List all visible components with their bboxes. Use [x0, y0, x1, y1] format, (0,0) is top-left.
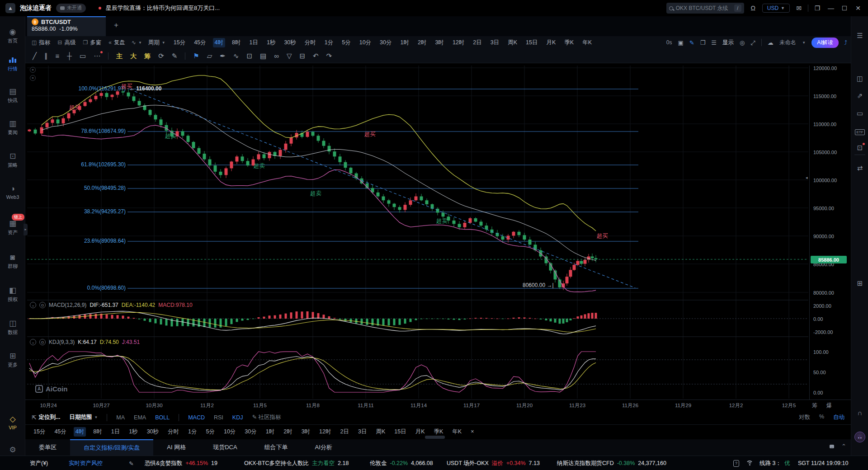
- sidebar-item-authorization[interactable]: ◧授权: [0, 286, 25, 303]
- date-range-button[interactable]: 日期范围▼: [69, 414, 98, 421]
- refresh-icon[interactable]: ⟳: [158, 52, 164, 59]
- display-button[interactable]: 显示: [722, 39, 734, 47]
- panel-list-icon[interactable]: ☰: [851, 32, 868, 40]
- timeframe-15分[interactable]: 15分: [32, 427, 47, 437]
- close-button[interactable]: ✕: [854, 5, 863, 12]
- timeframe-月K[interactable]: 月K: [414, 427, 427, 437]
- sidebar-item-group-chat[interactable]: ◙群聊: [0, 253, 25, 270]
- mail-icon[interactable]: ✉: [794, 5, 803, 12]
- timeframe-周K[interactable]: 周K: [374, 427, 387, 437]
- ai-interpret-button[interactable]: AI解读: [811, 38, 838, 48]
- timeframe-2时[interactable]: 2时: [416, 38, 428, 47]
- tab-btcusdt[interactable]: ฿ BTC/USDT 85886.00 -1.09%: [27, 16, 106, 36]
- collapse-circle-icon[interactable]: ⌄: [30, 302, 36, 308]
- timeframe-1秒[interactable]: 1秒: [265, 38, 277, 47]
- timeframe-1分[interactable]: 1分: [323, 38, 335, 47]
- parallel-channel-icon[interactable]: ∥: [44, 52, 48, 59]
- timeframe-3日[interactable]: 3日: [356, 427, 368, 437]
- timeframe-5分[interactable]: 5分: [340, 38, 352, 47]
- long-short-ratio[interactable]: OKX-BTC多空持仓人数比主力看空2.18: [244, 456, 349, 470]
- not-activated-badge[interactable]: 未开通: [56, 4, 86, 13]
- timeframe-分时[interactable]: 分时: [303, 38, 318, 47]
- timeframe-3时[interactable]: 3时: [300, 427, 312, 437]
- nasdaq-futures-quote[interactable]: 纳斯达克指数期货CFD-0.38%24,377,160: [557, 456, 666, 470]
- collapse-panel-icon[interactable]: ⌃: [841, 443, 846, 450]
- timeframe-1秒[interactable]: 1秒: [127, 427, 139, 437]
- funds-icon[interactable]: ◫: [851, 75, 868, 83]
- note-icon[interactable]: ▤: [260, 52, 266, 59]
- sidebar-item-assets[interactable]: 链上▦资产: [0, 219, 25, 236]
- sidebar-settings-button[interactable]: ⚙: [0, 446, 25, 455]
- alert-bell-icon[interactable]: Ω: [39, 302, 46, 308]
- timeframe-12时[interactable]: 12时: [317, 427, 333, 437]
- swap-icon[interactable]: ⇄: [851, 164, 868, 172]
- monitor-icon[interactable]: ▭: [851, 109, 868, 118]
- timeframe-月K[interactable]: 月K: [544, 38, 557, 47]
- horizontal-line-icon[interactable]: ≡: [56, 52, 60, 59]
- lock-icon[interactable]: ⊡: [246, 52, 252, 59]
- timeframe-15日[interactable]: 15日: [524, 38, 539, 47]
- timeframe-4时[interactable]: 4时: [74, 427, 86, 437]
- locate-button[interactable]: ⇱定位到...: [32, 414, 60, 421]
- link-icon[interactable]: ∞: [274, 52, 279, 59]
- enlarge-button[interactable]: 大: [130, 53, 137, 59]
- scale-option-自动[interactable]: 自动: [833, 414, 844, 421]
- timeframe-分时[interactable]: 分时: [166, 427, 181, 437]
- timeframe-45分[interactable]: 45分: [192, 38, 208, 47]
- timeframe-8时[interactable]: 8时: [91, 427, 104, 437]
- timeframe-2日[interactable]: 2日: [471, 38, 483, 47]
- collapse-circle-icon[interactable]: ⌄: [30, 339, 36, 345]
- bottom-tab-AI分析[interactable]: AI分析: [302, 439, 346, 456]
- target-icon[interactable]: ◎: [740, 40, 745, 46]
- sidebar-item-web3[interactable]: ◑Web3: [0, 184, 25, 200]
- headset-icon[interactable]: ∩: [851, 409, 868, 417]
- scale-option-对数[interactable]: 对数: [799, 414, 810, 421]
- bottom-tab-AI 网格[interactable]: AI 网格: [153, 439, 199, 456]
- live-broadcast-link[interactable]: 星辰学院直播：比特币为何回调至8万关口...: [106, 4, 220, 12]
- pen-icon[interactable]: ✒: [220, 52, 226, 59]
- timeframe-30秒[interactable]: 30秒: [282, 38, 297, 47]
- community-indicators-button[interactable]: ✎ 社区指标: [252, 414, 281, 421]
- timeframe-2时[interactable]: 2时: [282, 427, 294, 437]
- new-window-icon[interactable]: ❐: [700, 40, 706, 46]
- right-panel-collapse-icon[interactable]: ◂: [806, 175, 808, 180]
- workspace-select[interactable]: 未命名: [779, 39, 797, 47]
- pattern-icon[interactable]: ∿: [233, 52, 239, 59]
- price-scale[interactable]: 120000.00115000.00110000.00105000.001000…: [809, 66, 850, 400]
- share-icon[interactable]: ⤴: [844, 40, 848, 46]
- close-timeframe-bar-icon[interactable]: ×: [469, 428, 476, 436]
- assets-label[interactable]: 资产(¥): [30, 456, 48, 470]
- timeframe-12时[interactable]: 12时: [451, 38, 466, 47]
- sidebar-item-headlines[interactable]: ▥要闻: [0, 119, 25, 136]
- timeframe-8时[interactable]: 8时: [230, 38, 242, 47]
- timeframe-1日[interactable]: 1日: [109, 427, 122, 437]
- scale-option-%[interactable]: %: [819, 414, 824, 421]
- cross-line-icon[interactable]: ┼: [67, 52, 72, 59]
- timeframe-周K[interactable]: 周K: [506, 38, 519, 47]
- trend-icon[interactable]: ⇗: [851, 92, 868, 100]
- more-tools-icon[interactable]: ⋯: [94, 52, 100, 59]
- help-icon[interactable]: ?: [733, 456, 739, 470]
- search-input[interactable]: OKX BTC/USDT 永续 /: [666, 3, 744, 14]
- timeframe-4时[interactable]: 4时: [213, 38, 225, 47]
- timeframe-45分[interactable]: 45分: [52, 427, 68, 437]
- multi-window-button[interactable]: ❐多窗: [83, 39, 101, 47]
- timeframe-3日[interactable]: 3日: [489, 38, 501, 47]
- date-axis[interactable]: 10月2410月2710月3011月211月511月811月1111月1411月…: [25, 400, 851, 410]
- chart-style-select[interactable]: ∿▼: [132, 39, 142, 46]
- chips-button[interactable]: 筹: [144, 53, 151, 59]
- timeframe-年K[interactable]: 年K: [450, 427, 463, 437]
- indicator-KDJ[interactable]: KDJ: [232, 414, 243, 421]
- timeframe-5分[interactable]: 5分: [204, 427, 216, 437]
- timeframe-1时[interactable]: 1时: [264, 427, 276, 437]
- ai-bot-icon[interactable]: ⊡: [851, 144, 868, 152]
- advanced-button[interactable]: ⊟高级: [57, 39, 75, 47]
- sidebar-item-data[interactable]: ◫数据: [0, 319, 25, 336]
- timeframe-15分[interactable]: 15分: [172, 38, 187, 47]
- edit-pencil-icon[interactable]: ✎: [129, 456, 133, 470]
- indicator-MACD[interactable]: MACD: [188, 414, 205, 421]
- list-icon[interactable]: ☰: [711, 40, 717, 46]
- timeframe-年K[interactable]: 年K: [580, 38, 594, 47]
- indicator-EMA[interactable]: EMA: [134, 414, 146, 421]
- ruler-icon[interactable]: ▱: [207, 52, 212, 59]
